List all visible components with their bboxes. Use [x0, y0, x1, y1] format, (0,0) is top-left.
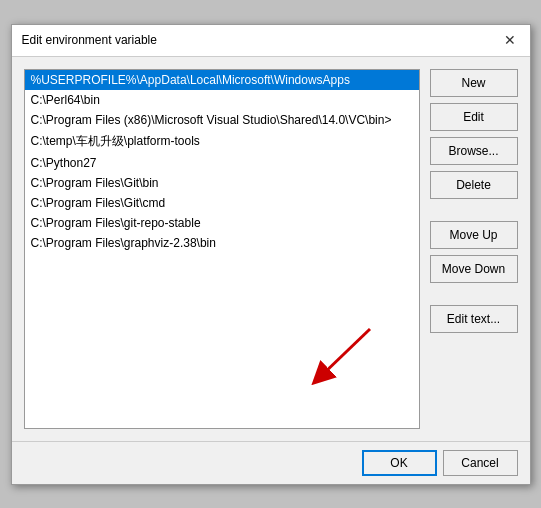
- action-buttons: New Edit Browse... Delete Move Up Move D…: [430, 69, 518, 429]
- title-bar: Edit environment variable ✕: [12, 25, 530, 57]
- browse-button[interactable]: Browse...: [430, 137, 518, 165]
- list-item[interactable]: C:\Program Files\Git\cmd: [25, 193, 419, 213]
- edit-text-button[interactable]: Edit text...: [430, 305, 518, 333]
- list-item[interactable]: C:\Program Files\git-repo-stable: [25, 213, 419, 233]
- cancel-button[interactable]: Cancel: [443, 450, 518, 476]
- delete-button[interactable]: Delete: [430, 171, 518, 199]
- dialog-title: Edit environment variable: [22, 33, 157, 47]
- edit-button[interactable]: Edit: [430, 103, 518, 131]
- list-item[interactable]: %USERPROFILE%\AppData\Local\Microsoft\Wi…: [25, 70, 419, 90]
- edit-env-variable-dialog: Edit environment variable ✕ %USERPROFILE…: [11, 24, 531, 485]
- move-down-button[interactable]: Move Down: [430, 255, 518, 283]
- env-variable-list[interactable]: %USERPROFILE%\AppData\Local\Microsoft\Wi…: [24, 69, 420, 429]
- list-item[interactable]: C:\Program Files\Git\bin: [25, 173, 419, 193]
- ok-button[interactable]: OK: [362, 450, 437, 476]
- list-wrapper: %USERPROFILE%\AppData\Local\Microsoft\Wi…: [24, 69, 420, 429]
- list-item[interactable]: C:\temp\车机升级\platform-tools: [25, 130, 419, 153]
- list-item[interactable]: C:\Program Files (x86)\Microsoft Visual …: [25, 110, 419, 130]
- list-item[interactable]: C:\Perl64\bin: [25, 90, 419, 110]
- list-item[interactable]: C:\Program Files\graphviz-2.38\bin: [25, 233, 419, 253]
- move-up-button[interactable]: Move Up: [430, 221, 518, 249]
- content-area: %USERPROFILE%\AppData\Local\Microsoft\Wi…: [12, 57, 530, 441]
- close-button[interactable]: ✕: [500, 30, 520, 50]
- list-item[interactable]: C:\Python27: [25, 153, 419, 173]
- bottom-bar: OK Cancel: [12, 441, 530, 484]
- new-button[interactable]: New: [430, 69, 518, 97]
